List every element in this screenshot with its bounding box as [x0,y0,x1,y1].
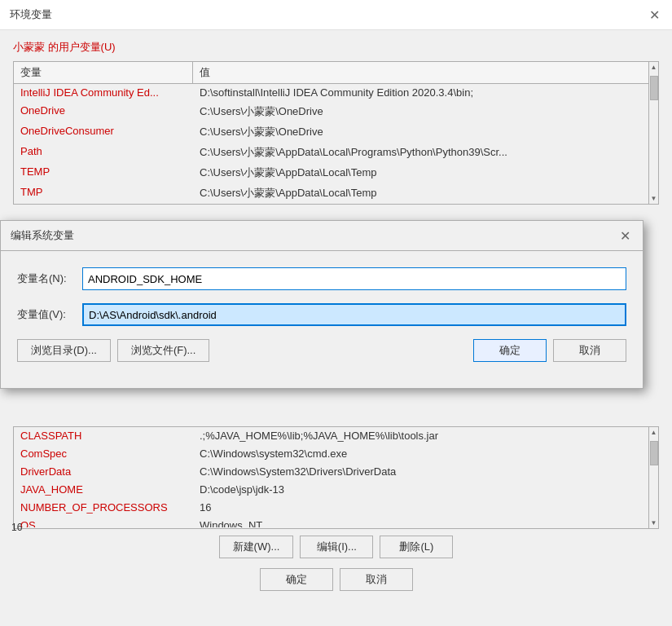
user-var-value-5: C:\Users\小蒙蒙\AppData\Local\Temp [193,183,648,203]
sys-vars-row[interactable]: NUMBER_OF_PROCESSORS 16 [14,499,648,517]
user-vars-row[interactable]: IntelliJ IDEA Community Ed... D:\softins… [14,84,648,102]
user-var-name-1: OneDrive [14,102,193,121]
sys-vars-table: CLASSPATH .;%JAVA_HOME%\lib;%JAVA_HOME%\… [14,427,648,528]
sys-var-name-0: CLASSPATH [14,427,193,444]
sys-var-name-4: NUMBER_OF_PROCESSORS [14,499,193,516]
edit-dialog-titlebar: 编辑系统变量 ✕ [1,221,643,251]
scroll-thumb[interactable] [650,76,658,100]
var-value-row: 变量值(V): [17,303,626,326]
sys-vars-row[interactable]: CLASSPATH .;%JAVA_HOME%\lib;%JAVA_HOME%\… [14,427,648,445]
env-dialog-close-btn[interactable]: ✕ [646,7,662,23]
user-vars-col-value: 值 [193,62,648,83]
user-var-name-0: IntelliJ IDEA Community Ed... [14,84,193,101]
var-name-input[interactable] [82,267,626,290]
var-name-row: 变量名(N): [17,267,626,290]
sys-var-name-3: JAVA_HOME [14,481,193,498]
user-var-value-2: C:\Users\小蒙蒙\OneDrive [193,122,648,142]
env-dialog-body: 小蒙蒙 的用户变量(U) 变量 值 IntelliJ IDEA Communit… [0,30,672,214]
user-var-value-0: D:\softinstall\IntelliJ IDEA Community E… [193,84,648,101]
user-vars-col-name: 变量 [14,62,193,83]
sys-vars-section: CLASSPATH .;%JAVA_HOME%\lib;%JAVA_HOME%\… [0,426,672,529]
edit-ok-button[interactable]: 确定 [473,339,547,362]
number-16-label: 16 [11,522,22,533]
var-name-label: 变量名(N): [17,271,82,286]
sys-var-value-5: Windows_NT [193,517,648,527]
user-var-name-4: TEMP [14,163,193,183]
user-var-name-2: OneDriveConsumer [14,122,193,142]
sys-vars-row[interactable]: DriverData C:\Windows\System32\Drivers\D… [14,463,648,481]
sys-scroll-up-arrow[interactable]: ▲ [649,427,658,438]
var-value-label: 变量值(V): [17,307,82,322]
user-var-name-5: TMP [14,183,193,203]
var-value-input[interactable] [82,303,626,326]
sys-var-value-3: D:\code\jsp\jdk-13 [193,481,648,498]
user-vars-title: 小蒙蒙 的用户变量(U) [13,40,659,55]
sys-vars-row[interactable]: OS Windows_NT [14,517,648,528]
edit-cancel-button[interactable]: 取消 [553,339,626,362]
sys-var-name-5: OS [14,517,193,527]
sys-var-value-2: C:\Windows\System32\Drivers\DriverData [193,463,648,480]
main-dialog-buttons: 确定 取消 [0,565,672,604]
user-var-value-1: C:\Users\小蒙蒙\OneDrive [193,102,648,121]
sys-var-name-1: ComSpec [14,445,193,462]
main-ok-button[interactable]: 确定 [260,568,333,591]
browse-file-button[interactable]: 浏览文件(F)... [117,339,209,362]
user-vars-table: 变量 值 IntelliJ IDEA Community Ed... D:\so… [14,62,648,204]
scroll-up-arrow[interactable]: ▲ [649,62,658,73]
edit-dialog-close-btn[interactable]: ✕ [617,227,633,244]
user-vars-scrollbar[interactable]: ▲ ▼ [648,62,658,204]
sys-vars-row[interactable]: JAVA_HOME D:\code\jsp\jdk-13 [14,481,648,499]
sys-var-value-0: .;%JAVA_HOME%\lib;%JAVA_HOME%\lib\tools.… [193,427,648,444]
env-dialog-titlebar: 环境变量 ✕ [0,0,672,30]
sys-var-value-1: C:\Windows\system32\cmd.exe [193,445,648,462]
sys-var-value-4: 16 [193,499,648,516]
delete-sys-var-button[interactable]: 删除(L) [380,536,453,558]
user-vars-row[interactable]: Path C:\Users\小蒙蒙\AppData\Local\Programs… [14,143,648,163]
user-vars-header: 变量 值 [14,62,648,84]
new-sys-var-button[interactable]: 新建(W)... [219,536,294,558]
user-var-value-4: C:\Users\小蒙蒙\AppData\Local\Temp [193,163,648,183]
edit-sys-var-dialog: 编辑系统变量 ✕ 变量名(N): 变量值(V): 浏览目录(D)... 浏览文件… [0,220,643,389]
sys-scroll-thumb[interactable] [650,441,658,465]
user-vars-row[interactable]: OneDrive C:\Users\小蒙蒙\OneDrive [14,102,648,122]
sys-var-name-2: DriverData [14,463,193,480]
browse-dir-button[interactable]: 浏览目录(D)... [17,339,111,362]
sys-scroll-down-arrow[interactable]: ▼ [649,518,658,528]
sys-vars-table-container: CLASSPATH .;%JAVA_HOME%\lib;%JAVA_HOME%\… [13,426,659,529]
env-dialog-title: 环境变量 [10,7,52,22]
scroll-down-arrow[interactable]: ▼ [649,193,658,204]
user-vars-row[interactable]: TMP C:\Users\小蒙蒙\AppData\Local\Temp [14,183,648,204]
sys-vars-buttons: 新建(W)... 编辑(I)... 删除(L) [0,529,672,565]
user-var-name-3: Path [14,143,193,162]
main-cancel-button[interactable]: 取消 [340,568,413,591]
user-vars-table-container: 变量 值 IntelliJ IDEA Community Ed... D:\so… [13,61,659,205]
edit-dialog-body: 变量名(N): 变量值(V): 浏览目录(D)... 浏览文件(F)... 确定… [1,251,643,388]
user-vars-row[interactable]: TEMP C:\Users\小蒙蒙\AppData\Local\Temp [14,163,648,183]
sys-vars-row[interactable]: ComSpec C:\Windows\system32\cmd.exe [14,445,648,463]
edit-dialog-title: 编辑系统变量 [11,228,74,243]
edit-sys-var-button[interactable]: 编辑(I)... [300,536,373,558]
edit-dialog-browse-buttons: 浏览目录(D)... 浏览文件(F)... 确定 取消 [17,339,626,362]
user-vars-row[interactable]: OneDriveConsumer C:\Users\小蒙蒙\OneDrive [14,122,648,143]
user-var-value-3: C:\Users\小蒙蒙\AppData\Local\Programs\Pyth… [193,143,648,162]
sys-vars-scrollbar[interactable]: ▲ ▼ [648,427,658,528]
